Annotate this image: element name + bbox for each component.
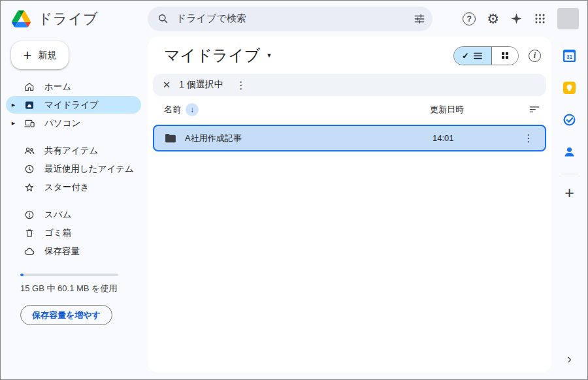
apps-grid-icon[interactable]	[534, 12, 546, 25]
page-title[interactable]: マイドライブ	[164, 45, 260, 66]
column-header-modified[interactable]: 更新日時	[430, 104, 515, 116]
search-placeholder: ドライブで検索	[176, 12, 406, 25]
expand-arrow-icon[interactable]: ▶	[8, 121, 18, 126]
file-list-header: 名前 ↓ 更新日時	[148, 96, 551, 123]
hide-side-panel-chevron-icon[interactable]: ›	[567, 351, 572, 366]
top-actions: ? ⚙	[463, 8, 587, 29]
storage-progress-bar	[20, 274, 118, 276]
selection-more-actions-icon[interactable]: ⋮	[233, 79, 250, 91]
sidebar-item-recent[interactable]: 最近使用したアイテム	[6, 160, 141, 178]
file-row[interactable]: A社用作成記事 14:01 ⋮	[153, 125, 546, 151]
top-bar: ドライブ ドライブで検索 ? ⚙	[1, 1, 587, 37]
sidebar-item-computers[interactable]: ▶ パソコン	[6, 114, 141, 132]
help-icon[interactable]: ?	[463, 12, 476, 25]
main-panel: マイドライブ ▼ ✓ i ✕ 1 個選択中	[148, 37, 551, 372]
calendar-icon[interactable]: 31	[559, 44, 581, 67]
new-button[interactable]: + 新規	[11, 41, 69, 69]
clear-selection-icon[interactable]: ✕	[157, 79, 176, 91]
search-input[interactable]: ドライブで検索	[148, 7, 433, 31]
get-addons-plus-icon[interactable]: +	[564, 183, 574, 202]
title-dropdown-caret-icon[interactable]: ▼	[266, 52, 272, 59]
list-view-button[interactable]: ✓	[454, 47, 492, 65]
tasks-icon[interactable]	[559, 108, 581, 131]
home-icon	[23, 81, 36, 93]
storage-usage-text: 15 GB 中 60.1 MB を使用	[20, 283, 137, 294]
selection-toolbar: ✕ 1 個選択中 ⋮	[153, 74, 546, 96]
sort-options-icon[interactable]	[528, 103, 541, 116]
star-icon	[23, 182, 36, 193]
sidebar-item-trash[interactable]: ゴミ箱	[6, 224, 141, 242]
selection-count-label: 1 個選択中	[179, 79, 223, 91]
sidebar-item-spam[interactable]: スパム	[6, 206, 141, 223]
contacts-icon[interactable]	[559, 140, 581, 163]
account-avatar[interactable]	[557, 8, 579, 29]
my-drive-icon	[23, 99, 36, 111]
info-icon[interactable]: i	[529, 50, 541, 62]
keep-icon[interactable]	[559, 76, 581, 99]
view-toggle: ✓	[453, 46, 519, 65]
search-options-icon[interactable]	[413, 12, 426, 25]
row-more-actions-icon[interactable]: ⋮	[517, 132, 540, 144]
check-icon: ✓	[462, 51, 469, 61]
sidebar-item-starred[interactable]: スター付き	[6, 178, 141, 196]
app-title: ドライブ	[38, 9, 98, 29]
storage-progress-fill	[20, 274, 24, 276]
right-side-rail: 31 + ›	[551, 37, 587, 379]
trash-icon	[23, 227, 36, 239]
sidebar-item-shared[interactable]: 共有アイテム	[6, 142, 141, 159]
column-header-name[interactable]: 名前 ↓	[164, 103, 430, 116]
search-icon	[157, 12, 169, 25]
panel-header: マイドライブ ▼ ✓ i	[148, 37, 551, 69]
spam-icon	[23, 209, 36, 221]
file-modified-time: 14:01	[433, 133, 517, 143]
computers-icon	[23, 118, 36, 129]
shared-people-icon	[23, 145, 36, 157]
list-icon	[472, 50, 483, 61]
sidebar-item-storage[interactable]: 保存容量	[6, 242, 141, 260]
settings-gear-icon[interactable]: ⚙	[487, 12, 499, 25]
clock-icon	[23, 163, 36, 175]
sort-direction-icon[interactable]: ↓	[186, 103, 199, 116]
expand-arrow-icon[interactable]: ▶	[8, 103, 18, 108]
plus-icon: +	[24, 48, 32, 63]
get-more-storage-button[interactable]: 保存容量を増やす	[20, 305, 112, 325]
grid-icon	[500, 50, 510, 61]
rail-divider	[561, 174, 578, 174]
file-name: A社用作成記事	[185, 133, 242, 144]
gemini-sparkle-icon[interactable]	[510, 12, 523, 25]
sidebar-item-my-drive[interactable]: ▶ マイドライブ	[6, 96, 141, 114]
sidebar: + 新規 ホーム ▶ マイドライブ ▶	[1, 37, 148, 379]
grid-view-button[interactable]	[492, 47, 518, 65]
cloud-icon	[23, 245, 36, 257]
new-button-label: 新規	[38, 50, 56, 61]
drive-logo-icon	[12, 10, 31, 27]
sidebar-item-home[interactable]: ホーム	[6, 78, 141, 95]
svg-text:31: 31	[566, 54, 573, 59]
folder-icon	[164, 132, 177, 145]
drive-brand[interactable]: ドライブ	[1, 9, 148, 29]
